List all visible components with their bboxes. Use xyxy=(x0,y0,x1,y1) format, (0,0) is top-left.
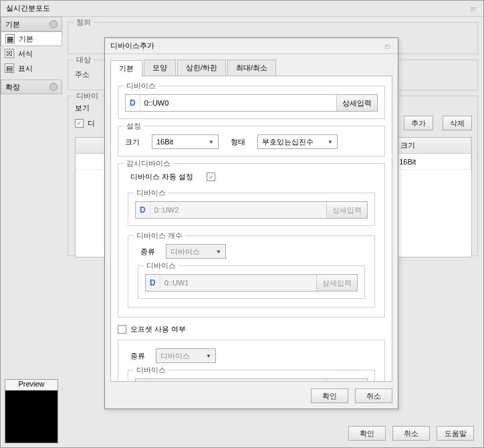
count-device-fieldset: 디바이스 D 상세입력 xyxy=(138,265,365,299)
dialog-cancel-button[interactable]: 취소 xyxy=(355,388,392,403)
chevron-down-icon: ▼ xyxy=(209,139,214,145)
tab-basic[interactable]: 기본 xyxy=(110,60,142,76)
d-icon: D xyxy=(126,95,140,111)
sidebar-section-label: 확장 xyxy=(5,82,20,92)
sidebar-item-basic[interactable]: ▦ 기본 xyxy=(1,31,62,46)
di-checkbox-label: 디 xyxy=(88,118,95,128)
watch-device-input xyxy=(150,202,326,218)
address-label: 주소 xyxy=(75,70,90,80)
watch-detail-button: 상세입력 xyxy=(326,202,367,218)
help-button[interactable]: 도움말 xyxy=(437,426,474,441)
target-legend: 대상 xyxy=(74,55,94,65)
watch-device-legend: 디바이스 xyxy=(134,188,168,198)
size-combo[interactable]: 16Bit ▼ xyxy=(152,134,219,149)
main-titlebar: 실시간분포도 ⏍ xyxy=(1,1,483,17)
offset-fieldset: 종류 디바이스 ▼ 디바이스 D 상세입력 xyxy=(118,340,385,382)
chevron-down-icon: ▼ xyxy=(328,139,333,145)
clipboard-icon: ☒ xyxy=(5,49,14,58)
form-combo[interactable]: 부호있는십진수 ▼ xyxy=(257,134,338,149)
auto-set-label: 디바이스 자동 설정 xyxy=(130,172,193,182)
device-fieldset: 디바이스 D 상세입력 xyxy=(118,86,385,119)
sidebar-item-label: 표시 xyxy=(18,64,33,74)
dialog-titlebar: 디바이스추가 ⏍ xyxy=(105,38,398,54)
count-legend: 디바이스 개수 xyxy=(134,231,185,241)
settings-legend: 설정 xyxy=(124,121,144,131)
count-device-row: D 상세입력 xyxy=(145,274,358,292)
offset-kind-value: 디바이스 xyxy=(160,351,190,361)
offset-label: 오프셋 사용 여부 xyxy=(130,324,186,334)
tab-maxmin[interactable]: 최대/최소 xyxy=(227,60,276,76)
ok-button[interactable]: 확인 xyxy=(348,426,386,441)
offset-device-legend: 디바이스 xyxy=(134,365,168,375)
dialog-footer: 확인 취소 xyxy=(110,382,392,403)
sidebar-item-label: 기본 xyxy=(19,34,33,44)
count-fieldset: 디바이스 개수 종류 디바이스 ▼ 디바이스 D xyxy=(128,235,375,308)
size-value: 16Bit xyxy=(156,138,173,146)
form-value: 부호있는십진수 xyxy=(262,137,314,147)
kind-combo: 디바이스 ▼ xyxy=(166,244,226,259)
watch-legend: 감시디바이스 xyxy=(124,158,173,169)
sidebar-section-basic[interactable]: 기본 xyxy=(1,17,62,31)
cancel-button[interactable]: 취소 xyxy=(392,426,430,441)
chevron-down-icon: ▼ xyxy=(216,249,221,255)
dialog-ok-button[interactable]: 확인 xyxy=(311,388,348,403)
preview-label: Preview xyxy=(5,380,57,390)
device-input-row: D 상세입력 xyxy=(125,94,378,112)
kind-value: 디바이스 xyxy=(170,247,200,257)
sidebar-item-label: 서식 xyxy=(18,49,33,59)
collapse-icon xyxy=(49,20,57,28)
view-label: 보기 xyxy=(75,103,90,113)
preview-body xyxy=(5,390,57,443)
sidebar-item-display[interactable]: ▤ 표시 xyxy=(1,61,62,76)
form-label: 형태 xyxy=(231,137,245,147)
offset-checkbox[interactable] xyxy=(118,325,126,334)
tab-upperlower[interactable]: 상한/하한 xyxy=(177,60,226,76)
size-label: 크기 xyxy=(125,137,140,147)
device-input[interactable] xyxy=(140,95,336,111)
tab-panel-basic: 디바이스 D 상세입력 설정 크기 16Bit ▼ xyxy=(110,76,392,382)
tab-shape[interactable]: 모양 xyxy=(144,60,176,76)
sidebar-item-format[interactable]: ☒ 서식 xyxy=(1,46,62,61)
add-device-dialog: 디바이스추가 ⏍ 기본 모양 상한/하한 최대/최소 디바이스 D 상세입력 xyxy=(104,37,398,409)
count-device-input xyxy=(160,275,316,291)
watch-fieldset: 감시디바이스 디바이스 자동 설정 ✓ 디바이스 D 상세입력 xyxy=(118,163,385,318)
sidebar-section-label: 기본 xyxy=(5,19,20,29)
detail-input-button[interactable]: 상세입력 xyxy=(336,95,377,111)
sidebar: 기본 ▦ 기본 ☒ 서식 ▤ 표시 확장 Preview xyxy=(1,17,62,447)
preview-panel: Preview xyxy=(5,379,58,443)
watch-device-fieldset: 디바이스 D 상세입력 xyxy=(128,193,375,226)
add-button[interactable]: 추가 xyxy=(404,116,433,130)
di-checkbox[interactable]: ✓ xyxy=(75,119,84,128)
count-detail-button: 상세입력 xyxy=(316,275,357,291)
count-device-legend: 디바이스 xyxy=(144,261,178,271)
collapse-icon xyxy=(49,83,57,91)
d-icon: D xyxy=(136,202,150,218)
definition-legend: 정의 xyxy=(74,17,94,27)
d-icon: D xyxy=(146,275,160,291)
dialog-title: 디바이스추가 xyxy=(110,41,154,51)
offset-device-fieldset: 디바이스 D 상세입력 xyxy=(128,370,375,382)
doc-icon: ▤ xyxy=(5,64,14,73)
dialog-tabs: 기본 모양 상한/하한 최대/최소 xyxy=(110,60,392,76)
kind-label: 종류 xyxy=(140,247,155,257)
device-main-legend: 디바이 xyxy=(74,91,101,101)
offset-kind-combo: 디바이스 ▼ xyxy=(156,348,216,363)
auto-set-checkbox[interactable]: ✓ xyxy=(207,173,215,181)
main-footer: 확인 취소 도움말 xyxy=(348,426,474,441)
settings-fieldset: 설정 크기 16Bit ▼ 형태 부호있는십진수 ▼ xyxy=(118,126,385,156)
offset-kind-label: 종류 xyxy=(130,351,145,361)
delete-button[interactable]: 삭제 xyxy=(443,116,472,130)
pin-icon[interactable]: ⏍ xyxy=(467,4,478,13)
watch-device-row: D 상세입력 xyxy=(135,201,368,219)
chevron-down-icon: ▼ xyxy=(206,353,211,359)
main-title: 실시간분포도 xyxy=(6,3,50,13)
device-legend: 디바이스 xyxy=(124,81,158,91)
sidebar-section-extend[interactable]: 확장 xyxy=(1,80,62,94)
grid-icon: ▦ xyxy=(5,34,15,43)
dialog-close-icon[interactable]: ⏍ xyxy=(382,41,392,51)
